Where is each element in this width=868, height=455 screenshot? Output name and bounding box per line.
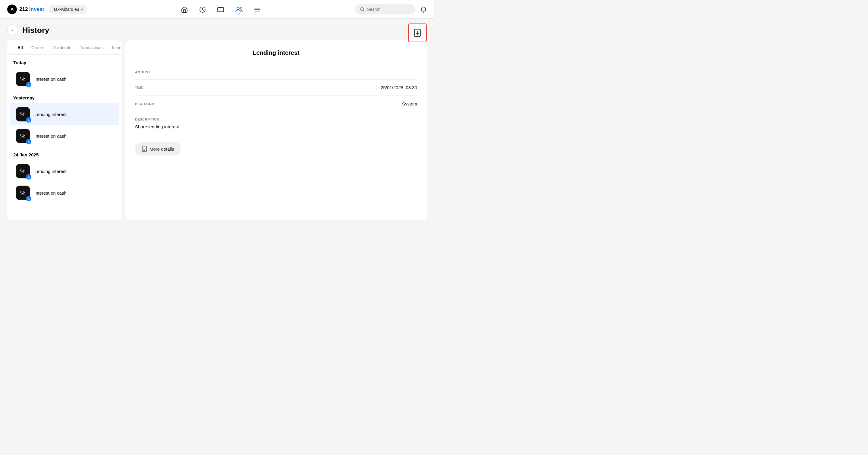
search-container[interactable] (355, 4, 415, 14)
chevron-down-icon: ▾ (81, 7, 83, 11)
svg-rect-1 (218, 7, 224, 12)
list-item[interactable]: % 💧 Interest on cash (10, 68, 119, 90)
description-value: Share lending interest (135, 124, 417, 129)
svg-point-4 (240, 7, 242, 9)
water-badge-icon: 💧 (26, 139, 31, 144)
water-badge-icon: 💧 (26, 82, 31, 87)
detail-label-time: TIME (135, 86, 144, 90)
section-yesterday: Yesterday (7, 90, 122, 103)
item-icon-wrap: % 💧 (16, 129, 30, 143)
main-content: All Orders Dividends Transactions Intere… (0, 40, 434, 228)
item-icon-wrap: % 💧 (16, 107, 30, 122)
more-details-button[interactable]: More details (135, 142, 181, 156)
tabs: All Orders Dividends Transactions Intere… (7, 40, 122, 55)
nav-menu-icon[interactable] (254, 5, 261, 13)
detail-row-amount: AMOUNT (135, 65, 417, 79)
page-container: ‹ History All Orders Dividends Transacti… (0, 19, 434, 228)
brand-logo: A (7, 4, 17, 14)
item-icon-wrap: % 💧 (16, 164, 30, 178)
topnav: A 212 Invest Tax-wizard.eu ▾ (0, 0, 434, 19)
list-item[interactable]: % 💧 Interest on cash (10, 182, 119, 204)
notification-bell-icon[interactable] (420, 5, 427, 13)
nav-home-icon[interactable] (181, 5, 188, 13)
svg-point-8 (361, 7, 364, 10)
search-icon (360, 7, 365, 12)
percent-icon: % (20, 111, 26, 118)
download-button[interactable] (408, 24, 427, 42)
detail-value-time: 25/01/2025, 03:30 (381, 85, 417, 90)
section-24jan: 24 Jan 2025 (7, 147, 122, 160)
description-section: DESCRIPTION Share lending interest (135, 112, 417, 135)
percent-icon: % (20, 168, 26, 175)
item-icon-wrap: % 💧 (16, 186, 30, 200)
svg-rect-12 (142, 146, 147, 152)
detail-value-platform: System (402, 101, 417, 106)
item-name: Lending interest (34, 112, 67, 117)
nav-card-icon[interactable] (217, 5, 224, 13)
detail-label-amount: AMOUNT (135, 70, 150, 74)
detail-row-platform: PLATFORM System (135, 96, 417, 112)
percent-icon: % (20, 76, 26, 83)
right-panel: Lending interest AMOUNT TIME 25/01/2025,… (125, 40, 427, 220)
detail-row-time: TIME 25/01/2025, 03:30 (135, 79, 417, 96)
item-name: Interest on cash (34, 76, 67, 82)
svg-line-9 (363, 10, 364, 11)
document-icon (142, 146, 147, 152)
brand-name: 212 Invest (19, 6, 44, 12)
page-header: ‹ History (0, 19, 434, 40)
list-item[interactable]: % 💧 Lending interest (10, 160, 119, 182)
tab-all[interactable]: All (13, 40, 27, 54)
svg-point-3 (237, 7, 239, 10)
nav-active-dot (239, 13, 240, 14)
nav-history-icon[interactable] (199, 5, 206, 13)
brand: A 212 Invest (7, 4, 44, 14)
water-badge-icon: 💧 (26, 174, 31, 180)
tab-orders[interactable]: Orders (27, 40, 49, 54)
percent-icon: % (20, 133, 26, 139)
detail-label-platform: PLATFORM (135, 102, 154, 106)
list-item[interactable]: % 💧 Interest on cash (10, 125, 119, 147)
detail-title: Lending interest (135, 50, 417, 56)
percent-icon: % (20, 190, 26, 196)
item-icon-wrap: % 💧 (16, 72, 30, 86)
water-badge-icon: 💧 (26, 196, 31, 201)
item-name: Lending interest (34, 169, 67, 174)
section-today: Today (7, 55, 122, 68)
tab-dividends[interactable]: Dividends (49, 40, 75, 54)
platform-selector[interactable]: Tax-wizard.eu ▾ (49, 5, 87, 13)
tab-interest[interactable]: Interest (108, 40, 122, 54)
nav-right (355, 4, 427, 14)
item-name: Interest on cash (34, 133, 67, 139)
description-label: DESCRIPTION (135, 118, 417, 121)
nav-icons (181, 5, 261, 13)
list-item[interactable]: % 💧 Lending interest (10, 103, 119, 125)
search-input[interactable] (367, 7, 410, 12)
back-button[interactable]: ‹ (7, 25, 18, 36)
tab-transactions[interactable]: Transactions (75, 40, 108, 54)
page-title: History (22, 26, 50, 35)
nav-people-icon[interactable] (235, 5, 243, 13)
water-badge-icon: 💧 (26, 117, 31, 123)
item-name: Interest on cash (34, 190, 67, 196)
left-panel: All Orders Dividends Transactions Intere… (7, 40, 122, 220)
